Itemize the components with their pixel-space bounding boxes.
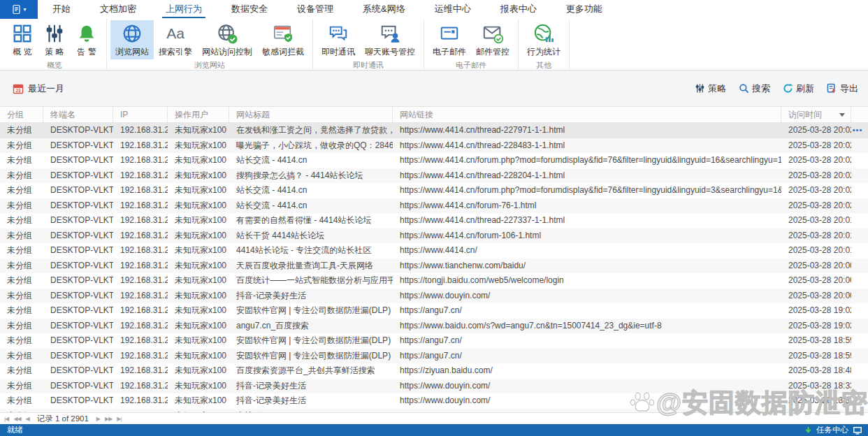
sort-arrow-icon[interactable] <box>839 113 845 117</box>
row-actions-button <box>851 363 868 379</box>
table-row[interactable]: 未分组DESKTOP-VLKTLE1192.168.31.27未知玩家x100抖… <box>0 393 868 409</box>
cell-user: 未知玩家x100 <box>168 168 229 184</box>
policy-toolbar-button[interactable]: 策略 <box>695 82 726 95</box>
refresh-toolbar-button[interactable]: 刷新 <box>783 82 814 95</box>
cell-group: 未分组 <box>0 303 43 319</box>
site-access-control-button[interactable]: 网站访问控制 <box>197 20 257 59</box>
app-menu-button[interactable]: ▾ <box>0 0 38 19</box>
cell-title: 抖音-记录美好生活 <box>229 379 393 394</box>
table-row[interactable]: 未分组DESKTOP-VLKTLE1192.168.31.27未知玩家x100安… <box>0 303 868 319</box>
cell-url: https://angu7.cn/ <box>393 349 781 364</box>
sensitive-word-block-button[interactable]: 敏感词拦截 <box>257 20 309 59</box>
search-toolbar-button[interactable]: 搜索 <box>739 82 770 95</box>
tab-8[interactable]: 更多功能 <box>551 0 617 19</box>
instant-messaging-button[interactable]: 即时通讯 <box>317 20 360 59</box>
cell-user: 未知玩家x100 <box>168 198 229 214</box>
cell-ip: 192.168.31.27 <box>113 138 168 154</box>
table-row[interactable]: 未分组DESKTOP-VLKTLE1192.168.31.27未知玩家x100有… <box>0 213 868 228</box>
cell-title: angu7.cn_百度搜索 <box>229 319 393 334</box>
cell-group: 未分组 <box>0 228 43 244</box>
alert-button[interactable]: 告 警 <box>71 20 103 59</box>
prev-page-icon[interactable]: ◀ <box>26 416 29 422</box>
cell-terminal: DESKTOP-VLKTLE1 <box>43 198 113 214</box>
col-header-time[interactable]: 访问时间 <box>781 107 851 122</box>
row-actions-button <box>851 259 868 274</box>
table-row[interactable]: 未分组DESKTOP-VLKTLE1192.168.31.27未知玩家x100站… <box>0 198 868 214</box>
row-actions-button[interactable]: ••• <box>851 123 868 138</box>
tab-4[interactable]: 设备管理 <box>282 0 348 19</box>
table-row[interactable]: 未分组DESKTOP-VLKTLE1192.168.31.27未知玩家x1004… <box>0 243 868 259</box>
tab-7[interactable]: 报表中心 <box>486 0 551 19</box>
table-row[interactable]: 未分组DESKTOP-VLKTLE1192.168.31.27未知玩家x100站… <box>0 183 868 198</box>
cell-ip: 192.168.31.27 <box>113 198 168 214</box>
next-group-icon[interactable]: ▶▶ <box>105 416 112 422</box>
mail-control-button[interactable]: 邮件管控 <box>471 20 514 59</box>
export-toolbar-label: 导出 <box>840 82 858 95</box>
cell-ip: 192.168.31.27 <box>113 228 168 244</box>
email-button[interactable]: 电子邮件 <box>428 20 471 59</box>
overview-button[interactable]: 概 览 <box>6 20 38 59</box>
tab-0[interactable]: 开始 <box>38 0 85 19</box>
cell-time: 2025-03-28 20:02:12 <box>781 168 851 184</box>
policy-button[interactable]: 策 略 <box>38 20 71 59</box>
col-header-user[interactable]: 操作用户 <box>168 107 229 122</box>
cell-title: 站长交流 - 4414.cn <box>229 198 393 214</box>
cell-ip: 192.168.31.27 <box>113 379 168 394</box>
table-row[interactable]: 未分组DESKTOP-VLKTLE1192.168.31.27未知玩家x100抖… <box>0 379 868 394</box>
table-row[interactable]: 未分组DESKTOP-VLKTLE1192.168.31.27未知玩家x100搜… <box>0 168 868 184</box>
tab-bar: ▾ 开始文档加密上网行为数据安全设备管理系统&网络运维中心报表中心更多功能 <box>0 0 868 19</box>
cell-terminal: DESKTOP-VLKTLE1 <box>43 183 113 198</box>
table-row[interactable]: 未分组DESKTOP-VLKTLE1192.168.31.27未知玩家x100安… <box>0 333 868 349</box>
chat-account-control-button[interactable]: 聊天账号管控 <box>360 20 420 59</box>
search-engine-button[interactable]: Aa 搜索引擎 <box>154 20 197 59</box>
cell-time: 2025-03-28 18:59:15 <box>781 349 851 364</box>
row-actions-button <box>851 349 868 364</box>
cell-url: https://www.4414.cn/thread-228483-1-1.ht… <box>393 138 781 154</box>
cell-user: 未知玩家x100 <box>168 379 229 394</box>
cell-ip: 192.168.31.27 <box>113 363 168 379</box>
tab-6[interactable]: 运维中心 <box>420 0 486 19</box>
first-page-icon[interactable]: |◀ <box>4 416 8 422</box>
next-page-icon[interactable]: ▶ <box>96 416 100 422</box>
tab-3[interactable]: 数据安全 <box>217 0 282 19</box>
prev-group-icon[interactable]: ◀◀ <box>13 416 20 422</box>
date-range-selector[interactable]: 23 最近一月 <box>13 82 64 95</box>
cell-url: https://www.baidu.com/s?wd=angu7.cn&tn=1… <box>393 319 781 334</box>
page-shield-icon <box>273 23 294 44</box>
cell-time: 2025-03-28 19:02:17 <box>781 319 851 334</box>
cell-group: 未分组 <box>0 363 43 379</box>
browse-websites-label: 浏览网站 <box>115 46 149 58</box>
table-row[interactable]: 未分组DESKTOP-VLKTLE1192.168.31.27未知玩家x100百… <box>0 273 868 289</box>
col-header-ip[interactable]: IP <box>113 107 168 122</box>
table-row[interactable]: 未分组DESKTOP-VLKTLE1192.168.31.27未知玩家x100安… <box>0 349 868 364</box>
table-row[interactable]: 未分组DESKTOP-VLKTLE1192.168.31.27未知玩家x100站… <box>0 153 868 168</box>
behavior-stats-button[interactable]: 行为统计 <box>522 20 565 59</box>
table-row[interactable]: 未分组DESKTOP-VLKTLE1192.168.31.27未知玩家x100百… <box>0 363 868 379</box>
cell-url: https://ziyuan.baidu.com/ <box>393 363 781 379</box>
cell-time: 2025-03-28 20:02:19 <box>781 138 851 154</box>
table-row[interactable]: 未分组DESKTOP-VLKTLE1192.168.31.27未知玩家x100在… <box>0 123 868 138</box>
record-counter: 记录 1 of 2901 <box>34 414 92 424</box>
col-header-group[interactable]: 分组 <box>0 107 43 122</box>
cell-group: 未分组 <box>0 243 43 259</box>
col-header-title[interactable]: 网站标题 <box>229 107 393 122</box>
export-toolbar-button[interactable]: 导出 <box>827 82 858 95</box>
task-center-button[interactable]: 任务中心 <box>816 425 848 435</box>
tab-1[interactable]: 文档加密 <box>85 0 151 19</box>
last-page-icon[interactable]: ▶| <box>117 416 121 422</box>
cell-ip: 192.168.31.27 <box>113 349 168 364</box>
cell-group: 未分组 <box>0 213 43 228</box>
row-actions-button <box>851 183 868 198</box>
tab-5[interactable]: 系统&网络 <box>348 0 420 19</box>
table-row[interactable]: 未分组DESKTOP-VLKTLE1192.168.31.27未知玩家x100a… <box>0 319 868 334</box>
table-row[interactable]: 未分组DESKTOP-VLKTLE1192.168.31.27未知玩家x100抖… <box>0 289 868 304</box>
table-row[interactable]: 未分组DESKTOP-VLKTLE1192.168.31.27未知玩家x100天… <box>0 259 868 274</box>
browse-websites-button[interactable]: 浏览网站 <box>110 20 154 59</box>
tab-2[interactable]: 上网行为 <box>151 0 217 19</box>
table-row[interactable]: 未分组DESKTOP-VLKTLE1192.168.31.27未知玩家x100曝… <box>0 138 868 154</box>
table-row[interactable]: 未分组DESKTOP-VLKTLE1192.168.31.27未知玩家x100站… <box>0 228 868 244</box>
cell-ip: 192.168.31.27 <box>113 393 168 409</box>
col-header-terminal[interactable]: 终端名 <box>43 107 113 122</box>
col-header-url[interactable]: 网站链接 <box>393 107 781 122</box>
monitor-icon[interactable] <box>853 426 862 435</box>
